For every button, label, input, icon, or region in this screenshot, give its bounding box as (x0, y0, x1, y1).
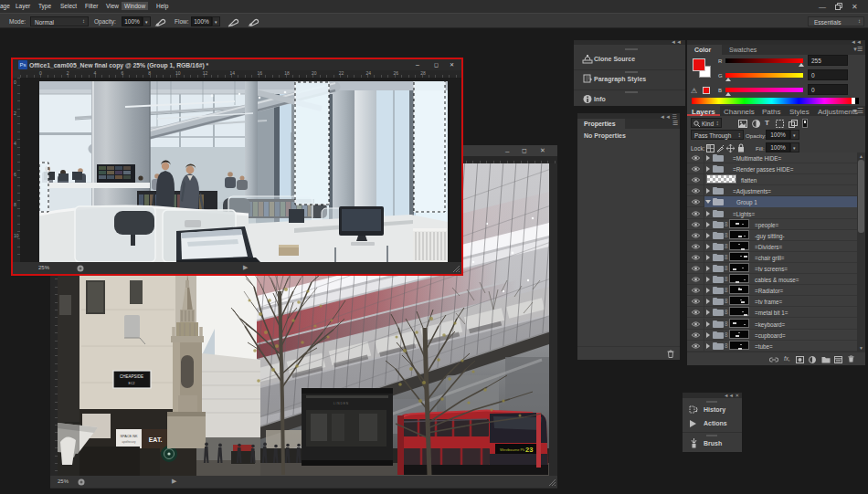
svg-text:Westbourne Pk: Westbourne Pk (500, 447, 524, 452)
svg-text:L I N D E N: L I N D E N (333, 402, 349, 405)
svg-text:SPACE.NK: SPACE.NK (121, 435, 138, 438)
svg-text:EC2: EC2 (129, 382, 135, 385)
svg-text:23: 23 (525, 446, 533, 454)
svg-text:EAT.: EAT. (149, 436, 163, 443)
svg-text:apothecary: apothecary (122, 440, 136, 444)
svg-text:CHEAPSIDE: CHEAPSIDE (120, 374, 143, 379)
